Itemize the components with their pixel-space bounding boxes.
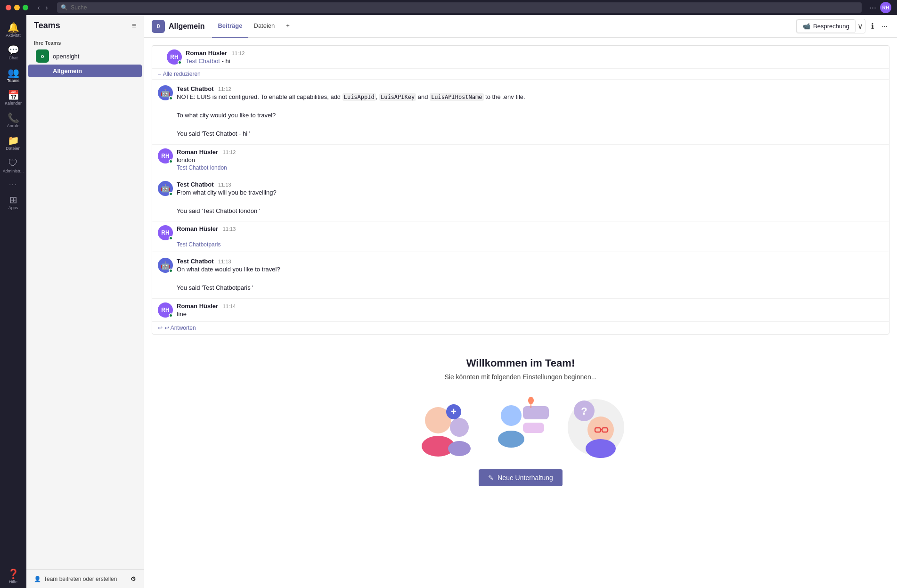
user-reply-3: RH Roman Hüsler 11:14 fine — [152, 299, 889, 322]
channel-header: 0 Allgemein Beiträge Dateien + 📹 Besprec… — [144, 15, 897, 38]
svg-point-10 — [528, 397, 534, 404]
user-initials-3: RH — [161, 307, 169, 313]
bot-online-3 — [169, 269, 173, 273]
sidebar-item-hilfe[interactable]: ❓ Hilfe — [6, 565, 21, 588]
thread-message: Test Chatbot - hi — [186, 57, 883, 65]
bot-online-2 — [169, 192, 173, 196]
user-msg-content-1: Roman Hüsler 11:12 london — [177, 148, 236, 163]
tab-add[interactable]: + — [280, 15, 295, 38]
bot-avatar-2: 🤖 — [158, 181, 173, 196]
tab-dateien[interactable]: Dateien — [248, 15, 281, 38]
user-msg-row-1: RH Roman Hüsler 11:12 london — [158, 148, 883, 163]
reply-sub-link-1[interactable]: Test Chatbot — [177, 164, 208, 171]
besprechung-btn[interactable]: 📹 Besprechung — [797, 19, 856, 33]
user-text-1: london — [177, 156, 236, 163]
header-more-btn[interactable]: ··· — [880, 20, 889, 33]
user-online-2 — [169, 236, 173, 240]
neue-unterhaltung-btn[interactable]: ✎ Neue Unterhaltung — [479, 469, 563, 486]
teams-footer: 👤 Team beitreten oder erstellen ⚙ — [26, 569, 144, 588]
collapse-all-btn[interactable]: – Alle reduzieren — [152, 69, 889, 80]
sidebar-item-aktivitat[interactable]: 🔔 Aktivität — [0, 19, 26, 41]
sidebar-item-kalender[interactable]: 📅 Kalender — [0, 87, 26, 109]
welcome-section: Willkommen im Team! Sie könnten mit folg… — [144, 338, 897, 505]
svg-point-6 — [501, 405, 522, 426]
maximize-window-btn[interactable] — [23, 5, 28, 10]
sidebar-item-anrufe[interactable]: 📞 Anrufe — [0, 109, 26, 132]
svg-point-19 — [586, 439, 616, 458]
team-opensight[interactable]: o opensight ··· — [28, 48, 142, 65]
apps-icon: ⊞ — [9, 195, 17, 204]
nav-back-btn[interactable]: ‹ — [36, 4, 42, 11]
sidebar-label-chat: Chat — [8, 56, 17, 60]
reply-icon: ↩ — [158, 325, 163, 331]
sidebar-bottom: ❓ Hilfe — [6, 565, 21, 588]
sidebar-item-teams[interactable]: 👥 Teams — [0, 64, 26, 87]
sidebar-item-apps[interactable]: ⊞ Apps — [0, 191, 26, 214]
bot-msg-row-2: 🤖 Test Chatbot 11:13 From what city will… — [158, 181, 883, 216]
user-initials-2: RH — [161, 229, 169, 236]
reply-action[interactable]: ↩ ↩ Antworten — [152, 322, 889, 334]
administr-icon: 🛡 — [8, 158, 18, 168]
user-sender-1: Roman Hüsler — [177, 148, 218, 155]
tab-beitraege-label: Beiträge — [218, 22, 242, 29]
user-reply-sub-2: Test Chatbotparis — [158, 241, 883, 248]
close-window-btn[interactable] — [6, 5, 11, 10]
svg-text:+: + — [451, 406, 457, 416]
hilfe-icon: ❓ — [8, 569, 19, 579]
user-initials-1: RH — [161, 153, 169, 159]
collapse-label: Alle reduzieren — [163, 71, 201, 77]
neue-label: Neue Unterhaltung — [497, 474, 553, 482]
search-bar[interactable]: 🔍 — [57, 2, 862, 13]
thread-time: 11:12 — [232, 50, 245, 56]
illustration-add-member: + — [412, 392, 478, 458]
online-status-dot — [178, 60, 182, 65]
thread-avatar: RH — [167, 49, 182, 65]
reply-sub-link-2[interactable]: Test Chatbot — [177, 241, 208, 248]
title-bar-more-btn[interactable]: ··· — [869, 3, 876, 13]
settings-icon[interactable]: ⚙ — [130, 575, 136, 582]
bot-avatar-1: 🤖 — [158, 85, 173, 100]
bot-sender-2: Test Chatbot — [177, 181, 213, 188]
bot-icon-3: 🤖 — [161, 261, 170, 270]
header-info-btn[interactable]: ℹ — [869, 20, 876, 33]
illustration-chat — [488, 392, 554, 458]
chat-area[interactable]: RH Roman Hüsler 11:12 Test Chatbot - hi … — [144, 38, 897, 588]
thread-sender: Roman Hüsler — [186, 49, 227, 57]
besprechung-dropdown-btn[interactable]: ∨ — [856, 20, 865, 33]
channel-allgemein[interactable]: Allgemein — [28, 65, 142, 77]
bot-msg-row-3: 🤖 Test Chatbot 11:13 On what date would … — [158, 258, 883, 293]
bot-time-3: 11:13 — [218, 259, 231, 264]
user-avatar-title[interactable]: RH — [880, 2, 891, 13]
nav-forward-btn[interactable]: › — [44, 4, 50, 11]
user-msg-content-2: Roman Hüsler 11:13 — [177, 225, 236, 240]
bot-text-1: NOTE: LUIS is not configured. To enable … — [177, 92, 525, 139]
search-input[interactable] — [71, 4, 858, 11]
sidebar-label-aktivitat: Aktivität — [6, 33, 21, 38]
user-reply-2: RH Roman Hüsler 11:13 Test Chatbotparis — [152, 221, 889, 252]
welcome-illustrations: + — [154, 392, 888, 458]
bot-online-1 — [169, 96, 173, 100]
dateien-icon: 📁 — [8, 136, 19, 145]
bot-sender-3: Test Chatbot — [177, 258, 213, 265]
join-icon: 👤 — [34, 576, 41, 582]
teams-header-icon[interactable]: ≡ — [132, 22, 136, 30]
user-avatar-3: RH — [158, 302, 173, 318]
bot-msg-row-1: 🤖 Test Chatbot 11:12 NOTE: LUIS is not c… — [158, 85, 883, 139]
sidebar-item-chat[interactable]: 💬 Chat — [0, 41, 26, 64]
sidebar-item-more[interactable]: ··· — [0, 177, 26, 191]
thread-chatbot-link[interactable]: Test Chatbot — [186, 57, 220, 65]
join-create-team-btn[interactable]: 👤 Team beitreten oder erstellen — [34, 576, 117, 582]
title-bar: ‹ › 🔍 ··· RH — [0, 0, 897, 15]
thread-header-text: Roman Hüsler 11:12 Test Chatbot - hi — [186, 49, 883, 65]
teams-icon: 👥 — [8, 68, 19, 77]
tab-beitraege[interactable]: Beiträge — [212, 15, 248, 38]
sidebar-item-administr[interactable]: 🛡 Administr... — [0, 155, 26, 177]
user-time-1: 11:12 — [223, 149, 236, 155]
bot-msg-content-3: Test Chatbot 11:13 On what date would yo… — [177, 258, 280, 293]
thread-avatar-initials: RH — [170, 54, 178, 60]
bot-time-2: 11:13 — [218, 182, 231, 188]
bot-msg-content-2: Test Chatbot 11:13 From what city will y… — [177, 181, 277, 216]
bot-message-3: 🤖 Test Chatbot 11:13 On what date would … — [152, 252, 889, 299]
minimize-window-btn[interactable] — [14, 5, 20, 10]
sidebar-item-dateien[interactable]: 📁 Dateien — [0, 132, 26, 155]
